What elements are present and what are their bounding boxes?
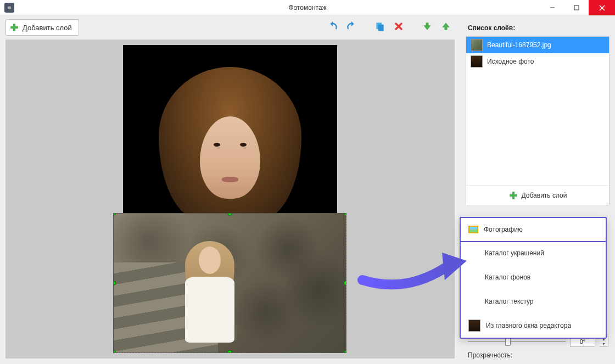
add-layer-footer-label: Добавить слой bbox=[522, 192, 567, 199]
add-layer-footer-button[interactable]: Добавить слой bbox=[466, 185, 609, 205]
opacity-label: Прозрачность: bbox=[468, 351, 608, 359]
close-button[interactable] bbox=[589, 0, 615, 15]
selected-layer[interactable] bbox=[113, 213, 346, 353]
svg-rect-11 bbox=[510, 194, 517, 197]
left-toolbar: Добавить слой bbox=[0, 15, 460, 40]
slider-thumb[interactable] bbox=[505, 338, 511, 346]
layer-list: Beautiful-1687952.jpg Исходное фото Доба… bbox=[466, 36, 610, 205]
popup-item-label: Фотографию bbox=[484, 226, 523, 233]
photo-icon bbox=[468, 226, 478, 233]
maximize-button[interactable] bbox=[564, 0, 589, 15]
svg-rect-1 bbox=[8, 7, 11, 9]
popup-item-label: Каталог текстур bbox=[485, 298, 534, 305]
plus-icon bbox=[508, 191, 518, 200]
redo-button[interactable] bbox=[345, 20, 358, 33]
layers-panel-title: Список слоёв: bbox=[460, 15, 615, 36]
add-layer-label: Добавить слой bbox=[23, 24, 72, 32]
plus-icon bbox=[9, 23, 19, 32]
layer-item[interactable]: Исходное фото bbox=[466, 53, 609, 70]
background-image bbox=[123, 45, 337, 215]
move-up-button[interactable] bbox=[439, 20, 452, 33]
layer-item[interactable]: Beautiful-1687952.jpg bbox=[466, 37, 609, 53]
layer-label: Beautiful-1687952.jpg bbox=[487, 41, 551, 49]
resize-handle-bm[interactable] bbox=[227, 350, 232, 353]
undo-button[interactable] bbox=[326, 20, 339, 33]
popup-item-label: Из главного окна редактора bbox=[486, 322, 571, 329]
layer-label: Исходное фото bbox=[487, 58, 534, 65]
add-layer-button[interactable]: Добавить слой bbox=[5, 19, 79, 36]
minimize-button[interactable] bbox=[540, 0, 564, 15]
titlebar: Фотомонтаж bbox=[0, 0, 615, 15]
layer-thumbnail bbox=[471, 55, 483, 68]
window-title: Фотомонтаж bbox=[288, 4, 326, 12]
copy-button[interactable] bbox=[373, 20, 387, 33]
popup-item-label: Каталог фонов bbox=[485, 273, 530, 281]
layer-thumbnail bbox=[471, 39, 483, 51]
canvas-area[interactable] bbox=[5, 40, 455, 359]
move-down-button[interactable] bbox=[421, 20, 434, 33]
delete-button[interactable] bbox=[392, 20, 405, 33]
window-controls bbox=[540, 0, 615, 15]
editor-thumb-icon bbox=[468, 320, 480, 332]
popup-item-from-editor[interactable]: Из главного окна редактора bbox=[461, 313, 606, 338]
popup-item-textures[interactable]: Каталог текстур bbox=[461, 289, 606, 313]
canvas[interactable] bbox=[123, 45, 337, 352]
app-icon bbox=[4, 3, 14, 13]
popup-item-decorations[interactable]: Каталог украшений bbox=[461, 241, 606, 265]
svg-rect-7 bbox=[10, 26, 18, 29]
resize-handle-br[interactable] bbox=[344, 350, 346, 353]
svg-rect-9 bbox=[378, 25, 384, 31]
popup-item-backgrounds[interactable]: Каталог фонов bbox=[461, 265, 606, 289]
popup-item-photo[interactable]: Фотографию bbox=[460, 217, 607, 242]
add-layer-popup: Фотографию Каталог украшений Каталог фон… bbox=[460, 217, 607, 339]
svg-rect-3 bbox=[574, 5, 579, 10]
left-pane: Добавить слой bbox=[0, 15, 460, 364]
popup-item-label: Каталог украшений bbox=[485, 249, 544, 257]
resize-handle-mr[interactable] bbox=[344, 281, 346, 285]
